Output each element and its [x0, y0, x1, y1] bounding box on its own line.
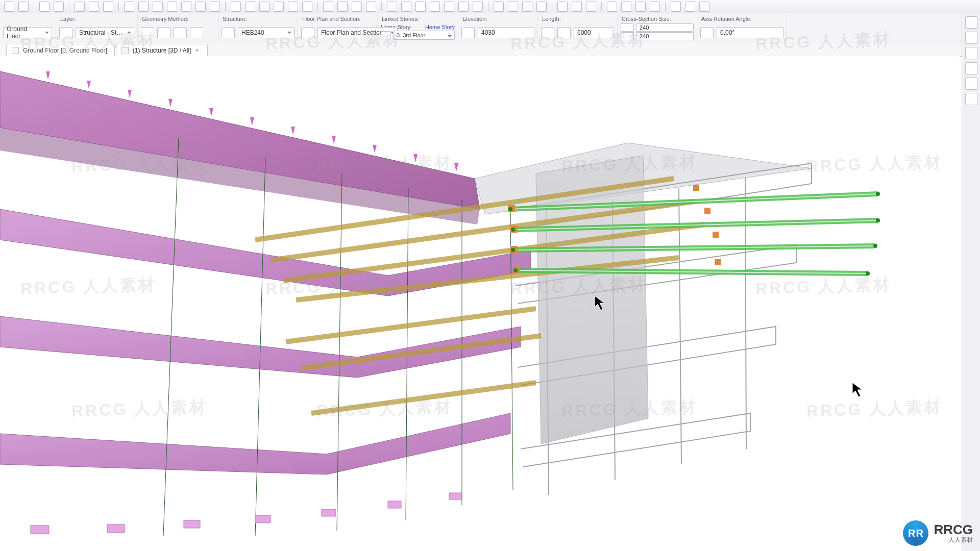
marquee-tool-icon[interactable]: [18, 2, 29, 12]
elevation-input[interactable]: 4030: [478, 27, 534, 38]
detail-icon[interactable]: [444, 2, 454, 12]
home-icon[interactable]: [366, 2, 376, 12]
rotate-icon[interactable]: [259, 2, 270, 12]
layer-select-text: Structural - Steel Column (3D / All): [79, 29, 125, 36]
3d-window-icon[interactable]: [401, 2, 411, 12]
svg-marker-46: [291, 127, 295, 135]
walk-icon[interactable]: [522, 2, 532, 12]
3d-style-icon[interactable]: [557, 2, 568, 12]
layer-select[interactable]: Structural - Steel Column (3D / All): [76, 27, 134, 38]
suspend-icon[interactable]: [231, 2, 241, 12]
align-icon[interactable]: [323, 2, 333, 12]
elevate-icon[interactable]: [288, 2, 298, 12]
separator: [317, 2, 318, 11]
svg-rect-65: [449, 493, 461, 499]
xsect-width-input[interactable]: 240: [636, 23, 694, 32]
axis-rotation-input[interactable]: 0,00°: [717, 27, 783, 38]
xsect-height-input[interactable]: 240: [636, 32, 694, 40]
cutplane-icon[interactable]: [586, 2, 596, 12]
measure-icon[interactable]: [124, 2, 134, 12]
tab-ground-floor-label: Ground Floor [0. Ground Floor]: [23, 47, 107, 54]
isolate-icon[interactable]: [685, 2, 695, 12]
length-input[interactable]: 6000: [574, 27, 614, 38]
intersect-icon[interactable]: [181, 2, 191, 12]
tab-ground-floor[interactable]: Ground Floor [0. Ground Floor]: [6, 44, 115, 56]
render-icon[interactable]: [635, 2, 646, 12]
separator: [34, 2, 34, 11]
dock-favs-icon[interactable]: [965, 47, 977, 59]
tab-structure-3d[interactable]: (1) Structure [3D / All] ×: [116, 44, 208, 56]
drag-icon[interactable]: [245, 2, 255, 12]
layer-visibility-icon[interactable]: [59, 27, 72, 38]
right-dock: [962, 13, 980, 551]
length-mode-icon[interactable]: [557, 27, 571, 38]
layout-icon[interactable]: [473, 2, 483, 12]
distribute-icon[interactable]: [337, 2, 348, 12]
svg-point-51: [508, 207, 512, 211]
dock-toolbox-icon[interactable]: [965, 93, 977, 105]
xsect-height-icon: [621, 32, 634, 40]
camera-icon[interactable]: [650, 2, 660, 12]
svg-rect-38: [713, 232, 719, 238]
geometry-complex-icon[interactable]: [190, 27, 203, 38]
cross-section-size-label: Cross-Section Size:: [618, 15, 697, 22]
home-story-link[interactable]: Home Story: [425, 24, 455, 30]
3d-viewport[interactable]: [0, 56, 960, 546]
elevation-value: 4030: [481, 29, 495, 36]
svg-marker-42: [128, 90, 132, 98]
sun-icon[interactable]: [621, 2, 631, 12]
mirror-icon[interactable]: [274, 2, 284, 12]
split-icon[interactable]: [153, 2, 163, 12]
explore-icon[interactable]: [494, 2, 504, 12]
dock-quick-icon[interactable]: [965, 78, 977, 90]
geometry-rotated-icon[interactable]: [157, 27, 170, 38]
structure-profile-select[interactable]: HEB240: [238, 27, 295, 38]
fillet-icon[interactable]: [195, 2, 206, 12]
home-story-select[interactable]: 3. 3rd Floor: [393, 31, 455, 40]
favorite-select[interactable]: Ground Floor: [3, 27, 52, 38]
svg-marker-5: [0, 413, 510, 474]
favorite-label-cell: [0, 18, 56, 19]
floorplan-settings-icon[interactable]: [301, 27, 314, 38]
svg-point-54: [876, 218, 880, 222]
length-lock-icon[interactable]: [541, 27, 554, 38]
elevation-ref-icon[interactable]: [461, 27, 475, 38]
adjust-icon[interactable]: [167, 2, 177, 12]
svg-rect-37: [704, 208, 710, 214]
undo-icon[interactable]: [39, 2, 50, 12]
look-icon[interactable]: [536, 2, 547, 12]
dock-navigator-icon[interactable]: [965, 16, 977, 29]
axis-rotation-icon[interactable]: [700, 27, 714, 38]
offset-icon[interactable]: [210, 2, 220, 12]
xsect-height-value: 240: [640, 33, 649, 39]
section-icon[interactable]: [415, 2, 426, 12]
modify-icon[interactable]: [352, 2, 362, 12]
profile-icon[interactable]: [222, 27, 235, 38]
svg-rect-64: [388, 501, 401, 508]
dock-options-icon[interactable]: [965, 62, 977, 74]
ruler-icon[interactable]: [607, 2, 617, 12]
hide-icon[interactable]: [699, 2, 709, 12]
geometry-simple-icon[interactable]: [141, 27, 154, 38]
snap-icon[interactable]: [89, 2, 99, 12]
show-all-icon[interactable]: [671, 2, 681, 12]
close-tab-icon[interactable]: ×: [195, 48, 200, 53]
guides-icon[interactable]: [103, 2, 113, 12]
multiply-icon[interactable]: [302, 2, 312, 12]
elevation-icon[interactable]: [430, 2, 440, 12]
structure-profile-text: HEB240: [241, 29, 264, 36]
arrow-tool-icon[interactable]: [4, 2, 14, 12]
svg-point-55: [511, 248, 515, 252]
orbit-icon[interactable]: [508, 2, 518, 12]
floorplan-tab-icon: [12, 47, 19, 54]
worksheet-icon[interactable]: [458, 2, 469, 12]
grid-icon[interactable]: [75, 2, 85, 12]
open-view-icon[interactable]: [387, 2, 397, 12]
dock-trace-icon[interactable]: [965, 32, 977, 44]
trim-icon[interactable]: [138, 2, 149, 12]
redo-icon[interactable]: [54, 2, 64, 12]
favorite-select-text: Ground Floor: [7, 26, 42, 40]
geometry-slanted-icon[interactable]: [174, 27, 187, 38]
filter-icon[interactable]: [572, 2, 582, 12]
view-tabs: Ground Floor [0. Ground Floor] (1) Struc…: [0, 42, 980, 57]
